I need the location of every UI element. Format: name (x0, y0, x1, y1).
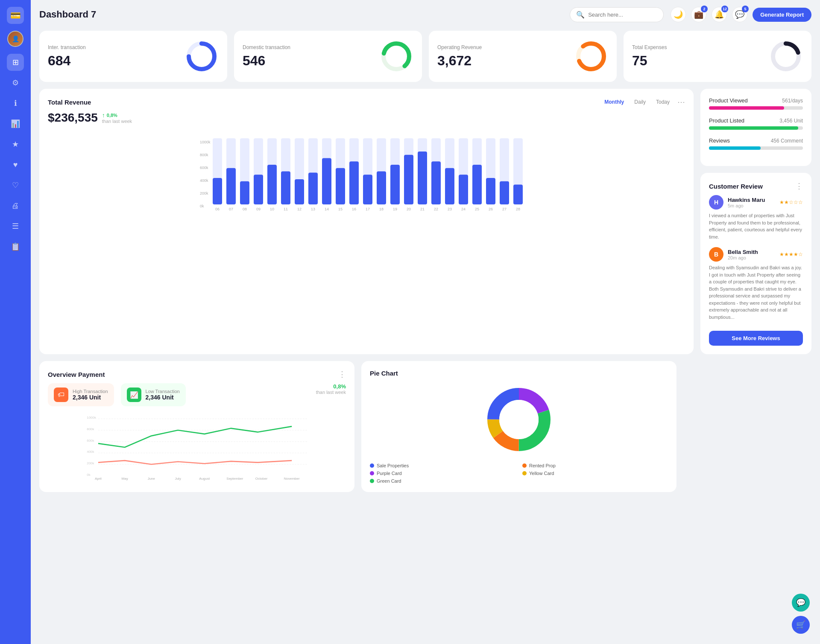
low-trans-icon: 📈 (127, 388, 141, 402)
stat-viewed-bar-bg (709, 106, 803, 110)
search-icon: 🔍 (576, 11, 585, 19)
svg-text:200k: 200k (200, 191, 208, 195)
review-item-1: H Hawkins Maru 5m ago ★★☆☆☆ I viewed a n… (709, 195, 803, 240)
payment-more-icon[interactable]: ⋮ (338, 370, 346, 379)
cart-float-btn[interactable]: 🛒 (792, 616, 810, 634)
card-inter-value: 684 (48, 53, 86, 69)
legend-label-sale: Sale Properties (377, 463, 409, 468)
see-more-reviews-button[interactable]: See More Reviews (709, 331, 803, 346)
legend-sale-properties: Sale Properties (370, 463, 515, 468)
card-expenses-label: Total Expenses (632, 44, 667, 50)
revenue-tabs: Monthly Daily Today (600, 97, 674, 107)
generate-report-button[interactable]: Generate Report (753, 8, 811, 22)
svg-text:September: September (226, 477, 243, 481)
svg-text:11: 11 (284, 207, 288, 211)
svg-rect-57 (404, 155, 413, 204)
svg-text:17: 17 (366, 207, 370, 211)
review-more-icon[interactable]: ⋮ (795, 181, 803, 191)
stat-product-listed: Product Listed 3,456 Unit (709, 117, 803, 130)
wallet-badge: 2 (701, 6, 708, 12)
svg-text:400k: 400k (200, 178, 208, 183)
svg-text:600k: 600k (87, 439, 94, 443)
up-arrow-icon: ↑ (102, 112, 105, 119)
svg-text:800k: 800k (87, 427, 94, 431)
sidebar-item-heart[interactable]: ♥ (7, 156, 24, 173)
wallet-icon: 💳 (10, 10, 21, 20)
svg-text:August: August (199, 477, 210, 481)
main-content: Dashboard 7 🔍 🌙 💼 2 🔔 12 💬 5 Generate Re… (31, 0, 820, 644)
svg-text:25: 25 (475, 207, 479, 211)
sidebar-item-dashboard[interactable]: ⊞ (7, 54, 24, 71)
legend-dot-green (370, 479, 374, 483)
reviewer1-text: I viewed a number of properties with Jus… (709, 212, 803, 240)
support-float-btn[interactable]: 💬 (792, 594, 810, 612)
content-row: Total Revenue Monthly Daily Today ⋯ $236… (39, 89, 811, 354)
sidebar-item-settings[interactable]: ⚙ (7, 74, 24, 91)
legend-label-green: Green Card (377, 478, 401, 484)
svg-text:400k: 400k (87, 450, 94, 454)
card-revenue-value: 3,672 (437, 53, 482, 69)
sidebar-item-menu[interactable]: ☰ (7, 218, 24, 235)
sidebar-item-charts[interactable]: 📊 (7, 115, 24, 132)
sidebar-logo[interactable]: 💳 (7, 7, 24, 24)
tab-monthly[interactable]: Monthly (600, 97, 628, 107)
card-total-expenses: Total Expenses 75 (624, 31, 811, 82)
payment-pct: 0,8% (316, 383, 346, 390)
header-icons: 🌙 💼 2 🔔 12 💬 5 Generate Report (671, 7, 811, 22)
svg-text:26: 26 (489, 207, 493, 211)
svg-text:1000k: 1000k (200, 140, 211, 144)
svg-rect-15 (213, 178, 222, 204)
sidebar-item-list[interactable]: 📋 (7, 238, 24, 255)
reviewer2-time: 20m ago (728, 255, 758, 260)
legend-dot-sale (370, 463, 374, 468)
svg-text:16: 16 (352, 207, 356, 211)
svg-rect-54 (390, 165, 400, 204)
search-input[interactable] (588, 12, 657, 18)
svg-rect-42 (336, 168, 345, 204)
payment-change: 0,8% than last week (316, 383, 346, 406)
svg-text:22: 22 (434, 207, 438, 211)
tab-today[interactable]: Today (652, 97, 674, 107)
right-panels: Product Viewed 561/days Product Listed 3… (700, 89, 811, 354)
sidebar: 💳 👤 ⊞ ⚙ ℹ 📊 ★ ♥ ♡ 🖨 ☰ 📋 (0, 0, 31, 644)
search-box[interactable]: 🔍 (570, 7, 664, 22)
svg-rect-36 (308, 173, 318, 204)
svg-rect-24 (254, 175, 263, 204)
svg-text:1000k: 1000k (87, 416, 97, 420)
reviewer2-text: Dealing with Syamsudin and Bakri was a j… (709, 264, 803, 321)
svg-text:13: 13 (311, 207, 315, 211)
chat-icon-btn[interactable]: 💬 5 (732, 7, 747, 22)
svg-rect-21 (240, 181, 249, 204)
bell-badge: 12 (721, 6, 728, 12)
svg-text:07: 07 (229, 207, 233, 211)
svg-text:0k: 0k (87, 473, 91, 477)
tab-daily[interactable]: Daily (630, 97, 650, 107)
sidebar-item-print[interactable]: 🖨 (7, 197, 24, 214)
low-transaction-tag: 📈 Low Transaction 2,346 Unit (121, 383, 186, 406)
revenue-panel: Total Revenue Monthly Daily Today ⋯ $236… (39, 89, 694, 354)
stats-cards-row: Inter. transaction 684 Domestic transact… (39, 31, 811, 82)
revenue-more-icon[interactable]: ⋯ (677, 97, 685, 107)
svg-rect-69 (459, 175, 468, 204)
revenue-value: $236,535 (48, 111, 98, 125)
svg-text:18: 18 (379, 207, 384, 211)
svg-rect-27 (267, 165, 277, 204)
bell-icon-btn[interactable]: 🔔 12 (712, 7, 727, 22)
sidebar-item-heart2[interactable]: ♡ (7, 177, 24, 194)
stat-reviews-label: Reviews (709, 137, 730, 144)
avatar[interactable]: 👤 (7, 31, 23, 47)
svg-text:28: 28 (516, 207, 520, 211)
moon-icon-btn[interactable]: 🌙 (671, 7, 686, 22)
review-item-2: B Bella Smith 20m ago ★★★★☆ Dealing with… (709, 247, 803, 321)
svg-text:27: 27 (502, 207, 507, 211)
revenue-pct: 0,8% (107, 113, 117, 118)
high-transaction-tag: 🏷 High Transaction 2,346 Unit (48, 383, 114, 406)
svg-rect-51 (377, 172, 386, 205)
wallet-icon-btn[interactable]: 💼 2 (691, 7, 706, 22)
sidebar-item-info[interactable]: ℹ (7, 95, 24, 112)
legend-dot-purple (370, 471, 374, 475)
sidebar-item-star[interactable]: ★ (7, 136, 24, 153)
reviewer1-stars: ★★☆☆☆ (779, 199, 803, 205)
revenue-change-label: than last week (102, 119, 132, 124)
card-revenue-label: Operating Revenue (437, 44, 482, 50)
